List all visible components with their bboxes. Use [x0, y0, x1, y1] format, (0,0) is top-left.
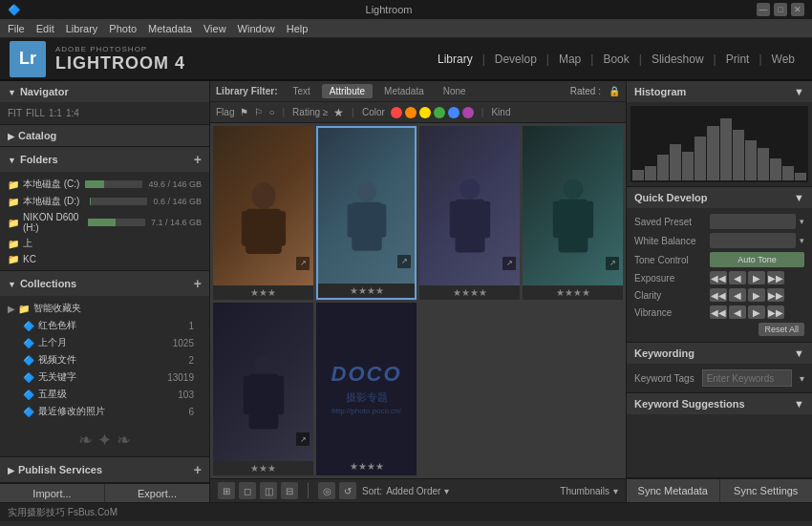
collection-item-recent[interactable]: 🔷 最近修改的照片 6	[0, 403, 209, 420]
tab-slideshow[interactable]: Slideshow	[644, 49, 712, 70]
folders-add-button[interactable]: +	[194, 152, 202, 167]
reset-all-button[interactable]: Reset All	[759, 323, 804, 336]
keyword-settings-icon[interactable]: ▾	[800, 373, 804, 384]
wb-arrow[interactable]: ▾	[800, 236, 804, 245]
clarity-dec[interactable]: ◀	[729, 288, 746, 302]
menu-help[interactable]: Help	[287, 23, 309, 34]
exposure-inc-inc[interactable]: ▶▶	[767, 271, 784, 284]
sync-metadata-button[interactable]: Sync Metadata	[627, 479, 720, 502]
filter-tab-none[interactable]: None	[436, 84, 474, 98]
nav-1-4[interactable]: 1:4	[66, 108, 79, 118]
folder-item-d[interactable]: 📁 本地磁盘 (D:) 0.6 / 146 GB	[0, 193, 209, 210]
vibrance-dec-dec[interactable]: ◀◀	[710, 305, 727, 319]
histogram-header[interactable]: Histogram ▼	[627, 81, 812, 102]
folders-header[interactable]: ▼Folders +	[0, 147, 209, 172]
nav-fill[interactable]: FILL	[26, 108, 45, 118]
tab-print[interactable]: Print	[718, 49, 758, 70]
maximize-button[interactable]: □	[774, 3, 787, 16]
window-controls[interactable]: — □ ✕	[757, 3, 804, 16]
nav-fit[interactable]: FIT	[8, 108, 22, 118]
sort-value[interactable]: Added Order	[386, 486, 440, 496]
color-dot-yellow[interactable]	[419, 107, 431, 118]
collection-item-video[interactable]: 🔷 视频文件 2	[0, 351, 209, 368]
exposure-dec[interactable]: ◀	[729, 271, 746, 284]
compare-view-button[interactable]: ◫	[260, 482, 277, 499]
minimize-button[interactable]: —	[757, 3, 770, 16]
navigator-header[interactable]: ▼Navigator	[0, 81, 209, 102]
vibrance-inc[interactable]: ▶	[748, 305, 765, 319]
keyword-input[interactable]	[702, 369, 792, 387]
auto-tone-button[interactable]: Auto Tone	[710, 252, 804, 267]
photo-cell-3[interactable]: ↗ ★★★★	[419, 126, 520, 300]
tab-develop[interactable]: Develop	[487, 49, 545, 70]
sort-chevron[interactable]: ▾	[444, 486, 449, 496]
import-button[interactable]: Import...	[0, 484, 105, 502]
collection-item-red[interactable]: 🔷 红色色样 1	[0, 317, 209, 334]
survey-view-button[interactable]: ⊟	[281, 482, 298, 499]
filter-tab-text[interactable]: Text	[285, 84, 317, 98]
flag-pick-icon[interactable]: ⚑	[240, 107, 248, 117]
keywording-header[interactable]: Keywording ▼	[627, 343, 812, 364]
filter-tab-attribute[interactable]: Attribute	[322, 84, 373, 98]
color-dot-purple[interactable]	[462, 107, 474, 118]
menu-file[interactable]: File	[8, 23, 25, 34]
quick-develop-header[interactable]: Quick Develop ▼	[627, 187, 812, 208]
sync-settings-button[interactable]: Sync Settings	[720, 479, 813, 502]
menu-window[interactable]: Window	[238, 23, 275, 34]
color-dot-green[interactable]	[434, 107, 445, 118]
photo-cell-2[interactable]: ↗ ★★★★	[316, 126, 417, 300]
star-rating-filter[interactable]: ★	[333, 106, 344, 119]
folder-item-kc[interactable]: 📁 KC	[0, 252, 209, 266]
folder-item-h[interactable]: 📁 NIKON D600 (H:) 7.1 / 14.6 GB	[0, 210, 209, 235]
folder-item-up[interactable]: 📁 上	[0, 235, 209, 252]
collections-header[interactable]: ▼Collections +	[0, 271, 209, 296]
flag-reject-icon[interactable]: ⚐	[254, 107, 263, 117]
photo-cell-5[interactable]: ↗ ★★★	[213, 303, 313, 476]
color-dot-red[interactable]	[391, 107, 402, 118]
export-button[interactable]: Export...	[105, 484, 209, 502]
tab-web[interactable]: Web	[764, 49, 802, 70]
clarity-dec-dec[interactable]: ◀◀	[710, 288, 727, 302]
collection-item-month[interactable]: 🔷 上个月 1025	[0, 334, 209, 351]
flag-unflag-icon[interactable]: ○	[268, 107, 274, 117]
folder-item-c[interactable]: 📁 本地磁盘 (C:) 49.6 / 146 GB	[0, 176, 209, 193]
menu-metadata[interactable]: Metadata	[148, 23, 192, 34]
nav-1-1[interactable]: 1:1	[49, 108, 62, 118]
tab-library[interactable]: Library	[430, 49, 481, 70]
tab-map[interactable]: Map	[551, 49, 588, 70]
menu-edit[interactable]: Edit	[36, 23, 54, 34]
vibrance-dec[interactable]: ◀	[729, 305, 746, 319]
grid-view-button[interactable]: ⊞	[218, 482, 235, 499]
preset-arrow[interactable]: ▾	[800, 217, 804, 226]
collection-item-smart[interactable]: ▶ 📁 智能收藏夹	[0, 300, 209, 317]
loupe-view-button[interactable]: ◻	[239, 482, 256, 499]
photo-cell-4[interactable]: ↗ ★★★★	[523, 126, 623, 300]
collection-item-nokw[interactable]: 🔷 无关键字 13019	[0, 368, 209, 386]
thumbnails-chevron[interactable]: ▾	[613, 486, 618, 496]
spray-tool-button[interactable]: ◎	[318, 482, 335, 499]
filter-tab-metadata[interactable]: Metadata	[376, 84, 432, 98]
photo-cell-6[interactable]: DOCO 摄影专题 http://photo.poco.cn/ ★★★★	[316, 303, 417, 476]
keyword-suggestions-header[interactable]: Keyword Suggestions ▼	[627, 393, 812, 414]
menu-library[interactable]: Library	[66, 23, 98, 34]
rotate-tool-button[interactable]: ↺	[339, 482, 356, 499]
clarity-inc-inc[interactable]: ▶▶	[767, 288, 784, 302]
exposure-inc[interactable]: ▶	[748, 271, 765, 284]
vibrance-inc-inc[interactable]: ▶▶	[767, 305, 784, 319]
collection-item-5star[interactable]: 🔷 五星级 103	[0, 386, 209, 403]
publish-services-header[interactable]: ▶Publish Services +	[0, 457, 209, 482]
publish-services-add-button[interactable]: +	[194, 462, 202, 477]
color-dot-blue[interactable]	[448, 107, 459, 118]
clarity-inc[interactable]: ▶	[748, 288, 765, 302]
menu-photo[interactable]: Photo	[109, 23, 137, 34]
catalog-header[interactable]: ▶Catalog	[0, 125, 209, 146]
close-button[interactable]: ✕	[791, 3, 804, 16]
white-balance-dropdown[interactable]	[710, 233, 796, 248]
exposure-dec-dec[interactable]: ◀◀	[710, 271, 727, 284]
menu-view[interactable]: View	[203, 23, 226, 34]
photo-cell-1[interactable]: ↗ ★★★	[213, 126, 313, 300]
saved-preset-dropdown[interactable]	[710, 214, 796, 229]
tab-book[interactable]: Book	[595, 49, 636, 70]
collections-add-button[interactable]: +	[194, 276, 202, 291]
color-dot-orange[interactable]	[405, 107, 417, 118]
